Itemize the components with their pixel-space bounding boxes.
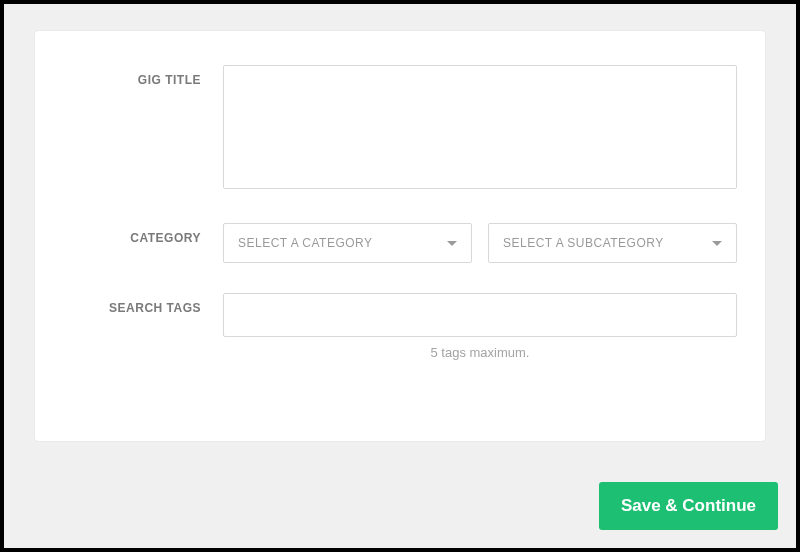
chevron-down-icon (712, 241, 722, 246)
chevron-down-icon (447, 241, 457, 246)
label-gig-title: GIG TITLE (63, 65, 223, 87)
form-card: GIG TITLE CATEGORY SELECT A CATEGORY SEL… (34, 30, 766, 442)
field-category: SELECT A CATEGORY SELECT A SUBCATEGORY (223, 223, 737, 263)
field-gig-title (223, 65, 737, 193)
page-frame: GIG TITLE CATEGORY SELECT A CATEGORY SEL… (0, 0, 800, 552)
row-search-tags: SEARCH TAGS (63, 293, 737, 337)
category-select[interactable]: SELECT A CATEGORY (223, 223, 472, 263)
label-search-tags: SEARCH TAGS (63, 293, 223, 315)
row-category: CATEGORY SELECT A CATEGORY SELECT A SUBC… (63, 223, 737, 263)
save-continue-button[interactable]: Save & Continue (599, 482, 778, 530)
subcategory-select[interactable]: SELECT A SUBCATEGORY (488, 223, 737, 263)
tags-hint: 5 tags maximum. (63, 345, 737, 360)
category-select-text: SELECT A CATEGORY (238, 236, 373, 250)
search-tags-input[interactable] (223, 293, 737, 337)
gig-title-input[interactable] (223, 65, 737, 189)
row-gig-title: GIG TITLE (63, 65, 737, 193)
label-category: CATEGORY (63, 223, 223, 245)
category-select-row: SELECT A CATEGORY SELECT A SUBCATEGORY (223, 223, 737, 263)
subcategory-select-text: SELECT A SUBCATEGORY (503, 236, 664, 250)
field-search-tags (223, 293, 737, 337)
